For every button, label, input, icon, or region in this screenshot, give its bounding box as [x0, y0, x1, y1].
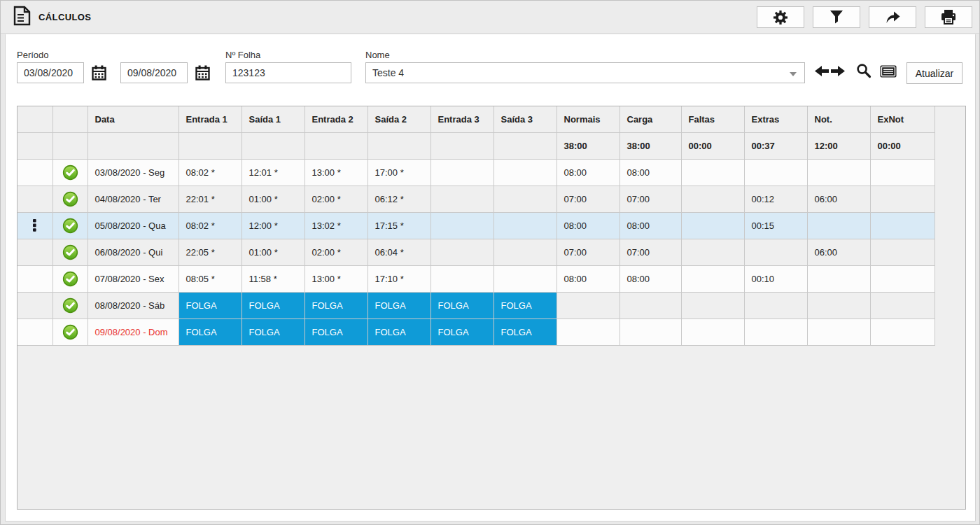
- row-menu-cell[interactable]: [18, 159, 52, 186]
- total-cell: 38:00: [556, 132, 620, 159]
- result-cell: [620, 292, 681, 318]
- row-menu-cell[interactable]: [18, 265, 52, 292]
- time-cell[interactable]: 22:05 *: [178, 239, 241, 265]
- total-empty-cell: [88, 132, 178, 159]
- atualizar-button[interactable]: Atualizar: [906, 62, 962, 84]
- table-row[interactable]: 08/08/2020 - SábFOLGAFOLGAFOLGAFOLGAFOLG…: [18, 292, 934, 318]
- approval-cell[interactable]: [52, 239, 88, 265]
- table-row[interactable]: 03/08/2020 - Seg08:02 *12:01 *13:00 *17:…: [18, 159, 934, 186]
- time-cell[interactable]: [493, 186, 556, 212]
- time-cell[interactable]: FOLGA: [178, 292, 241, 318]
- approved-check-icon[interactable]: [62, 164, 78, 181]
- time-cell[interactable]: 08:02 *: [178, 212, 241, 239]
- previous-arrow-icon[interactable]: [815, 65, 829, 77]
- approved-check-icon[interactable]: [62, 324, 78, 340]
- list-view-icon[interactable]: [880, 65, 897, 78]
- time-cell[interactable]: 13:00 *: [304, 265, 368, 292]
- settings-button[interactable]: [757, 6, 804, 28]
- row-menu-cell[interactable]: [18, 318, 52, 345]
- table-row[interactable]: 09/08/2020 - DomFOLGAFOLGAFOLGAFOLGAFOLG…: [18, 318, 934, 345]
- time-cell[interactable]: [430, 239, 493, 265]
- time-cell[interactable]: [430, 186, 493, 212]
- time-cell[interactable]: 17:00 *: [368, 159, 430, 186]
- time-cell[interactable]: 02:00 *: [304, 239, 368, 265]
- periodo-to-input[interactable]: [120, 62, 188, 83]
- table-row[interactable]: 07/08/2020 - Sex08:05 *11:58 *13:00 *17:…: [18, 265, 934, 292]
- approved-check-icon[interactable]: [62, 218, 78, 234]
- date-cell[interactable]: 04/08/2020 - Ter: [88, 186, 178, 212]
- time-cell[interactable]: FOLGA: [430, 318, 493, 345]
- share-button[interactable]: [869, 6, 916, 28]
- time-cell[interactable]: FOLGA: [368, 318, 430, 345]
- folha-input[interactable]: [225, 62, 351, 83]
- approval-cell[interactable]: [52, 265, 88, 292]
- time-cell[interactable]: 08:02 *: [178, 159, 241, 186]
- time-cell[interactable]: 12:00 *: [241, 212, 304, 239]
- table-row[interactable]: 04/08/2020 - Ter22:01 *01:00 *02:00 *06:…: [18, 186, 934, 212]
- time-cell[interactable]: 12:01 *: [241, 159, 304, 186]
- approval-cell[interactable]: [52, 186, 88, 212]
- time-cell[interactable]: 02:00 *: [304, 186, 368, 212]
- time-cell[interactable]: 01:00 *: [241, 239, 304, 265]
- row-menu-cell[interactable]: [18, 239, 52, 265]
- approved-check-icon[interactable]: [62, 191, 78, 207]
- row-menu-cell[interactable]: [18, 212, 52, 239]
- time-cell[interactable]: FOLGA: [304, 318, 368, 345]
- date-cell[interactable]: 03/08/2020 - Seg: [88, 159, 178, 186]
- date-cell[interactable]: 07/08/2020 - Sex: [88, 265, 178, 292]
- calendar-icon[interactable]: [92, 65, 106, 83]
- time-cell[interactable]: FOLGA: [241, 318, 304, 345]
- result-cell: 08:00: [620, 159, 681, 186]
- time-cell[interactable]: FOLGA: [430, 292, 493, 318]
- calendar-icon[interactable]: [195, 65, 210, 83]
- approval-cell[interactable]: [52, 292, 88, 318]
- time-cell[interactable]: 17:10 *: [368, 265, 430, 292]
- kebab-menu-icon[interactable]: [33, 219, 36, 232]
- date-cell[interactable]: 09/08/2020 - Dom: [88, 318, 178, 345]
- time-cell[interactable]: 06:12 *: [368, 186, 430, 212]
- time-cell[interactable]: [493, 159, 556, 186]
- approval-cell[interactable]: [52, 318, 88, 345]
- periodo-from-input[interactable]: [17, 62, 84, 83]
- time-cell[interactable]: FOLGA: [241, 292, 304, 318]
- result-cell: 08:00: [556, 159, 620, 186]
- table-row[interactable]: 06/08/2020 - Qui22:05 *01:00 *02:00 *06:…: [18, 239, 934, 265]
- time-cell[interactable]: 06:04 *: [368, 239, 430, 265]
- date-cell[interactable]: 08/08/2020 - Sáb: [88, 292, 178, 318]
- filter-button[interactable]: [813, 6, 860, 28]
- time-cell[interactable]: FOLGA: [493, 292, 556, 318]
- time-cell[interactable]: 22:01 *: [178, 186, 241, 212]
- time-cell[interactable]: 13:00 *: [304, 159, 368, 186]
- approval-cell[interactable]: [52, 159, 88, 186]
- periodo-label: Período: [17, 50, 49, 60]
- next-arrow-icon[interactable]: [831, 65, 845, 77]
- print-button[interactable]: [925, 6, 972, 28]
- time-cell[interactable]: [493, 212, 556, 239]
- time-cell[interactable]: 01:00 *: [241, 186, 304, 212]
- time-cell[interactable]: [430, 265, 493, 292]
- time-cell[interactable]: 11:58 *: [241, 265, 304, 292]
- time-cell[interactable]: [430, 159, 493, 186]
- approval-cell[interactable]: [52, 212, 88, 239]
- time-cell[interactable]: 13:02 *: [304, 212, 368, 239]
- table-row[interactable]: 05/08/2020 - Qua08:02 *12:00 *13:02 *17:…: [18, 212, 934, 239]
- row-menu-cell[interactable]: [18, 292, 52, 318]
- approved-check-icon[interactable]: [62, 298, 78, 314]
- time-cell[interactable]: FOLGA: [368, 292, 430, 318]
- time-cell[interactable]: [493, 265, 556, 292]
- approved-check-icon[interactable]: [62, 271, 78, 287]
- time-cell[interactable]: FOLGA: [304, 292, 368, 318]
- time-cell[interactable]: [430, 212, 493, 239]
- time-cell[interactable]: 17:15 *: [368, 212, 430, 239]
- nome-select[interactable]: Teste 4: [365, 62, 805, 83]
- result-cell: [681, 159, 744, 186]
- time-cell[interactable]: [493, 239, 556, 265]
- time-cell[interactable]: FOLGA: [493, 318, 556, 345]
- date-cell[interactable]: 05/08/2020 - Qua: [88, 212, 178, 239]
- time-cell[interactable]: FOLGA: [178, 318, 241, 345]
- search-icon[interactable]: [856, 63, 872, 78]
- time-cell[interactable]: 08:05 *: [178, 265, 241, 292]
- approved-check-icon[interactable]: [62, 244, 78, 260]
- date-cell[interactable]: 06/08/2020 - Qui: [88, 239, 178, 265]
- row-menu-cell[interactable]: [18, 186, 52, 212]
